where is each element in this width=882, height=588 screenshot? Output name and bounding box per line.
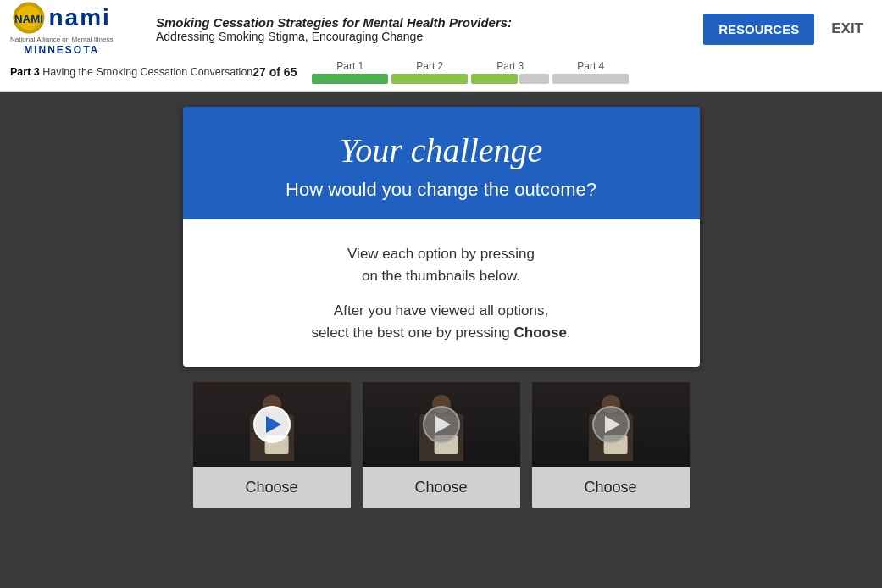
header: NAMI nami National Alliance on Mental Il… xyxy=(0,0,882,92)
challenge-title: Your challenge xyxy=(208,130,674,170)
play-triangle-icon-1 xyxy=(266,416,281,433)
thumbnail-3: Choose xyxy=(532,382,690,508)
part3-label: Part 3 xyxy=(496,60,524,72)
challenge-instructions: View each option by pressing on the thum… xyxy=(217,243,666,286)
nami-wordmark: nami xyxy=(49,4,111,31)
play-button-3[interactable] xyxy=(592,406,630,443)
main-content: Your challenge How would you change the … xyxy=(0,92,882,508)
svg-text:NAMI: NAMI xyxy=(14,13,43,25)
choose-button-2[interactable]: Choose xyxy=(363,467,520,508)
nami-emblem-icon: NAMI xyxy=(13,2,45,34)
header-progress: Part 3 Having the Smoking Cessation Conv… xyxy=(0,58,882,91)
part2-group: Part 2 xyxy=(391,60,468,84)
course-title-sub: Addressing Smoking Stigma, Encouraging C… xyxy=(156,30,693,43)
logo-area: NAMI nami National Alliance on Mental Il… xyxy=(10,2,146,56)
part4-label: Part 4 xyxy=(577,60,604,72)
part4-bar xyxy=(552,74,629,84)
thumbnail-1: Choose xyxy=(193,382,351,508)
challenge-body: View each option by pressing on the thum… xyxy=(183,219,700,367)
challenge-card: Your challenge How would you change the … xyxy=(183,107,700,367)
nami-subtext: National Alliance on Mental Illness xyxy=(10,36,113,44)
part3-filled-bar xyxy=(471,74,518,84)
play-triangle-icon-2 xyxy=(435,416,451,433)
play-button-2[interactable] xyxy=(423,406,460,443)
part1-label: Part 1 xyxy=(336,60,363,72)
thumbnails-row: Choose Choose xyxy=(193,382,690,508)
title-area: Smoking Cessation Strategies for Mental … xyxy=(146,15,703,43)
part1-group: Part 1 xyxy=(312,60,388,84)
challenge-subtitle: How would you change the outcome? xyxy=(208,179,674,201)
choose-button-1[interactable]: Choose xyxy=(193,467,351,508)
section-title: Having the Smoking Cessation Conversatio… xyxy=(42,66,252,78)
header-top: NAMI nami National Alliance on Mental Il… xyxy=(0,0,882,58)
nami-state: MINNESOTA xyxy=(24,44,99,56)
video-thumb-3[interactable] xyxy=(532,382,690,467)
part2-bar xyxy=(391,74,468,84)
part3-bar-row xyxy=(471,74,549,84)
thumbnail-2: Choose xyxy=(363,382,520,508)
resources-button[interactable]: RESOURCES xyxy=(703,14,814,45)
part1-bar xyxy=(312,74,388,84)
play-triangle-icon-3 xyxy=(605,416,620,433)
nami-top: NAMI nami xyxy=(13,2,111,34)
parts-container: Part 1 Part 2 Part 3 Part 4 xyxy=(312,60,872,84)
exit-button[interactable]: EXIT xyxy=(823,15,872,42)
part4-group: Part 4 xyxy=(552,60,629,84)
choose-button-3[interactable]: Choose xyxy=(532,467,690,508)
video-thumb-2[interactable] xyxy=(363,382,520,467)
header-buttons: RESOURCES EXIT xyxy=(703,14,872,45)
challenge-header: Your challenge How would you change the … xyxy=(183,107,700,219)
choose-bold: Choose xyxy=(514,325,567,341)
part-label: Part 3 xyxy=(10,66,40,78)
nami-logo: NAMI nami National Alliance on Mental Il… xyxy=(10,2,113,56)
challenge-select-text: After you have viewed all options, selec… xyxy=(217,300,666,343)
breadcrumb: Part 3 Having the Smoking Cessation Conv… xyxy=(10,66,252,78)
play-button-1[interactable] xyxy=(253,406,291,443)
part3-empty-bar xyxy=(519,74,549,84)
part2-label: Part 2 xyxy=(416,60,443,72)
course-title-main: Smoking Cessation Strategies for Mental … xyxy=(156,15,693,30)
part3-group: Part 3 xyxy=(471,60,549,84)
video-thumb-1[interactable] xyxy=(193,382,351,467)
slide-counter: 27 of 65 xyxy=(252,65,303,79)
